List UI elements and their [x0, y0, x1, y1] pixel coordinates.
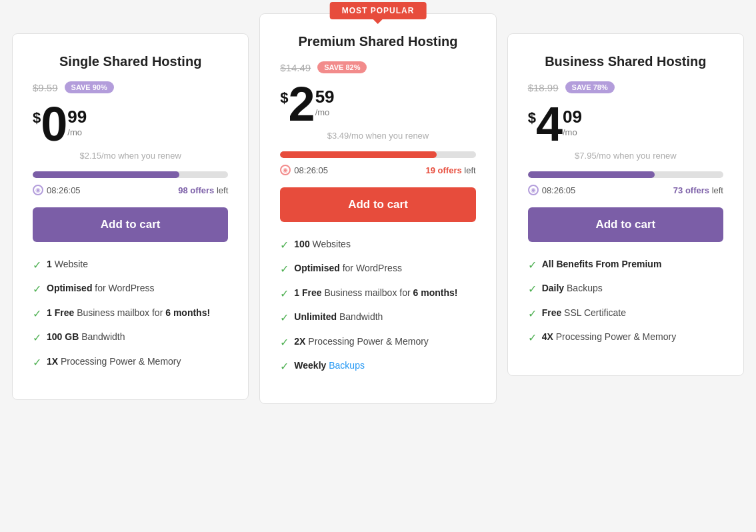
- save-badge-business: SAVE 78%: [565, 81, 615, 93]
- check-icon-premium-0: ✓: [280, 238, 289, 253]
- feature-text-business-2: Free SSL Certificate: [542, 307, 626, 320]
- most-popular-badge: MOST POPULAR: [330, 2, 427, 19]
- feature-text-premium-5: Weekly Backups: [294, 359, 365, 373]
- timer-row-premium: ◉ 08:26:05 19 offers left: [280, 165, 475, 175]
- check-icon-business-1: ✓: [528, 282, 537, 297]
- price-main-business: 4: [536, 100, 563, 148]
- price-dollar-premium: $: [280, 89, 288, 107]
- price-display-business: $ 4 09 /mo: [528, 100, 723, 148]
- feature-text-premium-0: 100 Websites: [294, 238, 351, 251]
- progress-bar-wrap-single: [33, 171, 228, 178]
- progress-bar-fill-business: [528, 171, 655, 178]
- original-price-single: $9.59: [33, 82, 58, 93]
- check-icon-premium-1: ✓: [280, 262, 289, 277]
- feature-text-business-1: Daily Backups: [542, 282, 603, 295]
- price-row-business: $18.99 SAVE 78%: [528, 81, 723, 93]
- check-icon-premium-4: ✓: [280, 335, 289, 350]
- price-cents-premium: 59: [315, 87, 335, 107]
- offers-left-premium: 19 offers left: [425, 165, 475, 175]
- check-icon-premium-5: ✓: [280, 359, 289, 374]
- feature-text-single-0: 1 Website: [47, 258, 88, 271]
- feature-text-premium-3: Unlimited Bandwidth: [294, 311, 383, 324]
- feature-text-premium-2: 1 Free Business mailbox for 6 months!: [294, 287, 457, 300]
- feature-item-single-1: ✓ Optimised for WordPress: [33, 282, 228, 297]
- feature-item-business-3: ✓ 4X Processing Power & Memory: [528, 331, 723, 345]
- pricing-wrapper: Single Shared Hosting $9.59 SAVE 90% $ 0…: [7, 13, 749, 404]
- renew-price-single: $2.15/mo when you renew: [33, 151, 228, 161]
- renew-price-business: $7.95/mo when you renew: [528, 151, 723, 161]
- feature-text-single-3: 100 GB Bandwidth: [47, 331, 125, 344]
- feature-text-business-3: 4X Processing Power & Memory: [542, 331, 677, 344]
- feature-item-single-4: ✓ 1X Processing Power & Memory: [33, 355, 228, 370]
- check-icon-single-3: ✓: [33, 331, 41, 345]
- progress-bar-fill-single: [33, 171, 179, 178]
- timer-premium: ◉ 08:26:05: [280, 165, 328, 175]
- save-badge-single: SAVE 90%: [65, 81, 114, 93]
- price-main-premium: 2: [289, 80, 315, 128]
- check-icon-premium-3: ✓: [280, 311, 289, 325]
- timer-value-premium: 08:26:05: [294, 165, 328, 175]
- plan-name-single: Single Shared Hosting: [33, 54, 228, 69]
- feature-item-premium-3: ✓ Unlimited Bandwidth: [280, 311, 475, 325]
- original-price-premium: $14.49: [280, 62, 311, 73]
- feature-item-single-3: ✓ 100 GB Bandwidth: [33, 331, 228, 345]
- offers-left-single: 98 offers left: [178, 185, 228, 195]
- price-cents-mo-business: 09 /mo: [563, 107, 582, 137]
- price-cents-mo-premium: 59 /mo: [315, 87, 335, 117]
- pricing-card-single: Single Shared Hosting $9.59 SAVE 90% $ 0…: [12, 33, 249, 400]
- timer-single: ◉ 08:26:05: [33, 185, 81, 195]
- feature-item-premium-0: ✓ 100 Websites: [280, 238, 475, 253]
- check-icon-business-2: ✓: [528, 307, 537, 321]
- feature-link-premium-5[interactable]: Backups: [329, 360, 365, 371]
- feature-item-single-0: ✓ 1 Website: [33, 258, 228, 273]
- feature-text-business-0: All Benefits From Premium: [542, 258, 662, 271]
- timer-value-business: 08:26:05: [542, 185, 576, 195]
- feature-text-premium-1: Optimised for WordPress: [294, 262, 402, 275]
- price-cents-single: 99: [67, 107, 87, 127]
- check-icon-single-0: ✓: [33, 258, 41, 273]
- clock-icon-premium: ◉: [280, 165, 291, 175]
- price-cents-mo-single: 99 /mo: [67, 107, 87, 137]
- timer-business: ◉ 08:26:05: [528, 185, 576, 195]
- progress-bar-wrap-business: [528, 171, 723, 178]
- feature-item-premium-5: ✓ Weekly Backups: [280, 359, 475, 374]
- check-icon-single-2: ✓: [33, 307, 41, 321]
- offers-count-single: 98 offers: [178, 185, 214, 195]
- features-list-business: ✓ All Benefits From Premium ✓ Daily Back…: [528, 258, 723, 346]
- feature-item-premium-1: ✓ Optimised for WordPress: [280, 262, 475, 277]
- pricing-card-premium: MOST POPULARPremium Shared Hosting $14.4…: [259, 13, 496, 404]
- progress-bar-fill-premium: [280, 151, 437, 158]
- timer-value-single: 08:26:05: [47, 185, 81, 195]
- feature-item-premium-4: ✓ 2X Processing Power & Memory: [280, 335, 475, 350]
- clock-icon-business: ◉: [528, 185, 539, 195]
- offers-count-premium: 19 offers: [425, 165, 461, 175]
- add-to-cart-btn-business[interactable]: Add to cart: [528, 207, 723, 242]
- check-icon-single-4: ✓: [33, 355, 41, 370]
- plan-name-business: Business Shared Hosting: [528, 54, 723, 69]
- pricing-card-business: Business Shared Hosting $18.99 SAVE 78% …: [507, 33, 744, 376]
- price-display-single: $ 0 99 /mo: [33, 100, 228, 148]
- offers-left-business: 73 offers left: [673, 185, 723, 195]
- check-icon-business-3: ✓: [528, 331, 537, 345]
- price-cents-business: 09: [563, 107, 582, 127]
- feature-item-business-2: ✓ Free SSL Certificate: [528, 307, 723, 321]
- price-display-premium: $ 2 59 /mo: [280, 80, 475, 128]
- price-mo-business: /mo: [563, 127, 582, 137]
- clock-icon-single: ◉: [33, 185, 43, 195]
- features-list-single: ✓ 1 Website ✓ Optimised for WordPress ✓ …: [33, 258, 228, 370]
- price-mo-single: /mo: [67, 127, 87, 137]
- feature-text-single-1: Optimised for WordPress: [47, 282, 155, 295]
- features-list-premium: ✓ 100 Websites ✓ Optimised for WordPress…: [280, 238, 475, 374]
- original-price-business: $18.99: [528, 82, 559, 93]
- check-icon-premium-2: ✓: [280, 287, 289, 301]
- add-to-cart-btn-single[interactable]: Add to cart: [33, 207, 228, 242]
- check-icon-single-1: ✓: [33, 282, 41, 297]
- feature-item-business-1: ✓ Daily Backups: [528, 282, 723, 297]
- save-badge-premium: SAVE 82%: [317, 61, 367, 73]
- feature-text-premium-4: 2X Processing Power & Memory: [294, 335, 429, 349]
- check-icon-business-0: ✓: [528, 258, 537, 273]
- offers-count-business: 73 offers: [673, 185, 709, 195]
- add-to-cart-btn-premium[interactable]: Add to cart: [280, 187, 475, 222]
- renew-price-premium: $3.49/mo when you renew: [280, 131, 475, 141]
- progress-bar-wrap-premium: [280, 151, 475, 158]
